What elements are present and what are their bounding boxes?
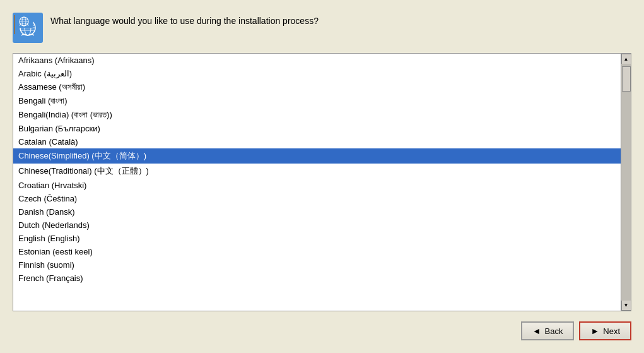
main-container: What language would you like to use duri… (0, 0, 644, 353)
list-item[interactable]: Danish (Dansk) (13, 205, 621, 218)
next-icon: ► (590, 326, 599, 336)
scrollbar-up-button[interactable]: ▲ (621, 54, 631, 64)
list-item[interactable]: Croatian (Hrvatski) (13, 179, 621, 192)
list-item[interactable]: Estonian (eesti keel) (13, 245, 621, 258)
list-item[interactable]: Afrikaans (Afrikaans) (13, 54, 621, 67)
list-item[interactable]: Bengali(India) (বাংলা (ভারত)) (13, 108, 621, 122)
scrollbar-down-button[interactable]: ▼ (621, 301, 631, 311)
back-icon: ◄ (532, 326, 541, 336)
list-item[interactable]: Catalan (Català) (13, 135, 621, 148)
header-question: What language would you like to use duri… (50, 13, 319, 28)
list-item[interactable]: Assamese (অসমীয়া) (13, 80, 621, 94)
header: What language would you like to use duri… (13, 13, 631, 43)
un-flag-icon (13, 13, 43, 43)
next-label: Next (603, 326, 620, 336)
list-item[interactable]: Chinese(Simplified) (中文（简体）) (13, 148, 621, 164)
list-item[interactable]: Arabic (العربية) (13, 67, 621, 80)
language-list[interactable]: Afrikaans (Afrikaans)Arabic (العربية)Ass… (13, 54, 621, 311)
list-item[interactable]: French (Français) (13, 272, 621, 285)
list-item[interactable]: Bengali (বাংলা) (13, 94, 621, 108)
language-list-container: Afrikaans (Afrikaans)Arabic (العربية)Ass… (13, 53, 631, 311)
footer: ◄ Back ► Next (13, 321, 631, 340)
scrollbar: ▲ ▼ (621, 54, 631, 311)
list-item[interactable]: Finnish (suomi) (13, 258, 621, 272)
scrollbar-track-area (621, 64, 631, 301)
svg-rect-6 (14, 15, 15, 34)
list-item[interactable]: Czech (Čeština) (13, 192, 621, 205)
next-button[interactable]: ► Next (579, 321, 631, 340)
back-label: Back (545, 326, 563, 336)
scrollbar-thumb[interactable] (622, 66, 631, 92)
back-button[interactable]: ◄ Back (521, 321, 575, 340)
list-item[interactable]: Chinese(Traditional) (中文（正體）) (13, 164, 621, 179)
list-item[interactable]: Dutch (Nederlands) (13, 218, 621, 232)
list-item[interactable]: Bulgarian (Български) (13, 122, 621, 135)
list-item[interactable]: English (English) (13, 232, 621, 245)
